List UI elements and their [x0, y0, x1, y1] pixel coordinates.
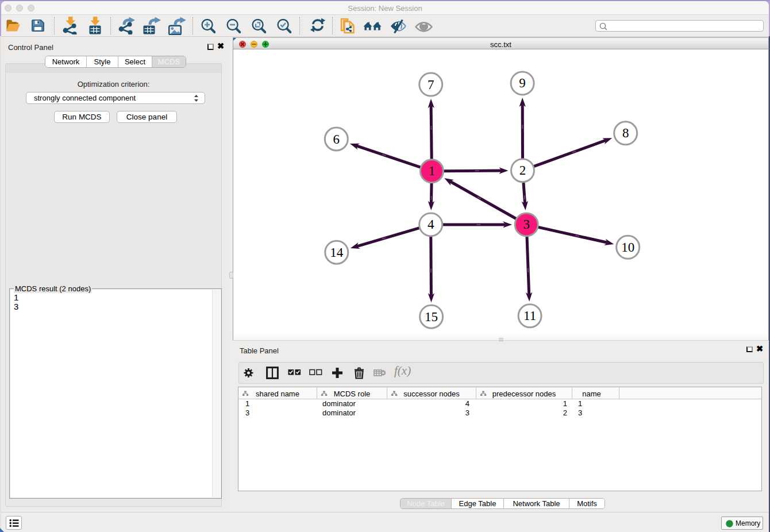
svg-text:11: 11 — [523, 309, 536, 323]
svg-text:8: 8 — [622, 126, 629, 140]
svg-text:14: 14 — [330, 245, 344, 260]
svg-text:4: 4 — [428, 217, 434, 232]
svg-text:3: 3 — [523, 217, 530, 232]
svg-text:15: 15 — [425, 310, 438, 324]
svg-text:7: 7 — [428, 78, 434, 92]
svg-text:10: 10 — [621, 240, 634, 255]
svg-text:6: 6 — [333, 132, 340, 147]
svg-text:1: 1 — [429, 164, 436, 178]
svg-text:2: 2 — [519, 163, 526, 178]
svg-text:9: 9 — [519, 76, 526, 90]
